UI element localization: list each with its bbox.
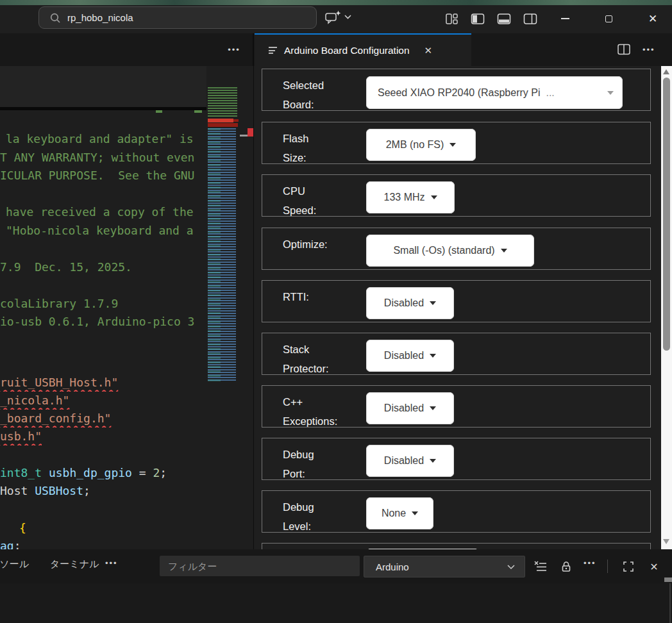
right-group-more-actions[interactable]: ••• bbox=[643, 45, 655, 54]
code-segment: ; bbox=[83, 484, 90, 497]
code-line: 7.9 Dec. 15, 2025. bbox=[0, 258, 206, 276]
close-window-button[interactable]: ✕ bbox=[643, 10, 662, 28]
selected-board-dropdown[interactable]: Seeed XIAO RP2040 (Raspberry Pi ... bbox=[366, 76, 623, 109]
lock-scroll-icon[interactable] bbox=[559, 560, 574, 574]
chevron-down-icon bbox=[449, 143, 456, 147]
stack-protector-dropdown[interactable]: Disabled bbox=[366, 340, 454, 372]
maximize-button[interactable] bbox=[599, 10, 618, 28]
title-bar: ✕ bbox=[0, 5, 672, 33]
code-segment: Host bbox=[0, 484, 35, 497]
flash-size-dropdown[interactable]: 2MB (no FS) bbox=[366, 129, 476, 161]
dropdown-value: Disabled bbox=[384, 455, 424, 467]
config-label: FlashSize: bbox=[283, 129, 308, 167]
cpu-speed-dropdown[interactable]: 133 MHz bbox=[366, 181, 455, 213]
panel-tab-console[interactable]: ンソール bbox=[0, 558, 29, 570]
cpp-exceptions-dropdown[interactable]: Disabled bbox=[366, 392, 454, 424]
rtti-dropdown[interactable]: Disabled bbox=[366, 287, 454, 319]
debug-level-dropdown[interactable]: None bbox=[366, 497, 433, 529]
code-segment bbox=[42, 466, 49, 479]
code-segment: colaLibrary 1.7.9 bbox=[0, 297, 118, 310]
code-line: colaLibrary 1.7.9 bbox=[0, 295, 206, 313]
code-line: have received a copy of the bbox=[0, 203, 206, 221]
dropdown-value: 133 MHz bbox=[383, 192, 424, 203]
tab-close-icon[interactable]: ✕ bbox=[422, 44, 435, 58]
minimap-highlight-red bbox=[208, 123, 238, 127]
toggle-panel-icon[interactable] bbox=[497, 12, 511, 26]
code-segment: 2 bbox=[153, 466, 160, 479]
bottom-panel-bar: ンソール ターミナル ••• Arduino bbox=[0, 549, 672, 583]
code-segment: ruit_USBH_Host.h" bbox=[0, 376, 118, 389]
copilot-icon[interactable] bbox=[324, 10, 344, 24]
right-group-actions: ••• bbox=[617, 41, 655, 58]
code-line: ICULAR PURPOSE. See the GNU bbox=[0, 167, 206, 185]
optimize-dropdown[interactable]: Small (-Os) (standard) bbox=[366, 235, 534, 267]
output-filter-box[interactable] bbox=[160, 556, 360, 576]
chevron-down-icon bbox=[501, 249, 507, 253]
close-panel-icon[interactable]: ✕ bbox=[646, 560, 662, 574]
toggle-primary-sidebar-icon[interactable] bbox=[471, 12, 485, 26]
panel-more-actions[interactable]: ••• bbox=[584, 558, 596, 568]
code-line: la keyboard and adapter" is bbox=[0, 130, 206, 148]
left-group-more-actions[interactable]: ••• bbox=[224, 42, 244, 58]
config-label: StackProtector: bbox=[283, 340, 329, 378]
clear-output-icon[interactable] bbox=[533, 560, 548, 574]
code-editor[interactable]: la keyboard and adapter" is T ANY WARRAN… bbox=[0, 66, 253, 549]
editor-divider-band bbox=[0, 107, 206, 110]
config-label: Optimize: bbox=[283, 235, 328, 254]
debug-port-dropdown[interactable]: Disabled bbox=[366, 445, 454, 477]
copilot-chevron-down-icon[interactable] bbox=[344, 14, 353, 21]
panel-tab-terminal[interactable]: ターミナル bbox=[50, 558, 99, 570]
panel-more-tabs[interactable]: ••• bbox=[105, 558, 118, 568]
config-label: SelectedBoard: bbox=[283, 76, 324, 114]
config-scrollbar[interactable] bbox=[661, 66, 672, 549]
config-label: C++Exceptions: bbox=[283, 392, 337, 431]
chevron-down-icon bbox=[430, 459, 436, 463]
config-row-stack-protector: StackProtector: Disabled bbox=[262, 333, 651, 375]
editor-tab-bar: ••• Arduino Board Configuration ✕ ••• bbox=[0, 33, 672, 66]
search-input[interactable] bbox=[67, 12, 298, 23]
dropdown-value: Small (-Os) (standard) bbox=[393, 245, 494, 256]
select-value: Arduino bbox=[376, 561, 409, 572]
scroll-up-arrow-icon[interactable] bbox=[663, 69, 669, 74]
scroll-down-arrow-icon[interactable] bbox=[663, 539, 669, 544]
dropdown-ellipsis: ... bbox=[546, 87, 554, 99]
code-segment: have received a copy of the bbox=[6, 205, 194, 219]
code-segment: 7.9 Dec. 15, 2025. bbox=[0, 260, 132, 274]
code-segment: usb.h" bbox=[0, 429, 42, 443]
code-segment: ; bbox=[14, 539, 21, 549]
right-edge-line bbox=[669, 583, 671, 623]
chevron-down-icon bbox=[507, 564, 516, 570]
code-segment: int8_t bbox=[0, 466, 42, 479]
code-segment: la keyboard and adapter" is bbox=[6, 132, 200, 145]
config-label: DebugPort: bbox=[283, 445, 314, 483]
code-segment: _nicola.h" bbox=[0, 394, 69, 407]
code-segment: ICULAR PURPOSE. See the GNU bbox=[0, 169, 194, 182]
code-line: Host USBHost; bbox=[0, 482, 206, 500]
dropdown-value: Disabled bbox=[384, 297, 424, 309]
code-line: _board_config.h" bbox=[0, 410, 206, 428]
split-editor-icon[interactable] bbox=[617, 43, 631, 56]
minimize-button[interactable] bbox=[555, 10, 575, 28]
tab-arduino-board-configuration[interactable]: Arduino Board Configuration ✕ bbox=[255, 33, 471, 66]
config-row-cpu-speed: CPUSpeed: 133 MHz bbox=[262, 174, 651, 217]
output-channel-select[interactable]: Arduino bbox=[364, 556, 525, 577]
code-line: T ANY WARRANTY; without even bbox=[0, 149, 206, 167]
config-label: CPUSpeed: bbox=[283, 181, 316, 220]
config-scrollbar-thumb[interactable] bbox=[663, 78, 670, 351]
command-center-search[interactable] bbox=[38, 6, 317, 29]
customize-layout-icon[interactable] bbox=[445, 12, 458, 26]
code-line: ruit_USBH_Host.h" bbox=[0, 374, 206, 392]
chevron-down-icon bbox=[430, 301, 436, 305]
minimap[interactable] bbox=[206, 87, 240, 382]
close-icon: ✕ bbox=[648, 13, 657, 24]
code-line: "Hobo-nicola keyboard and a bbox=[0, 222, 206, 240]
toggle-secondary-sidebar-icon[interactable] bbox=[523, 12, 537, 26]
editor-upper-region bbox=[0, 66, 206, 107]
code-fragment bbox=[156, 110, 162, 113]
maximize-panel-icon[interactable] bbox=[621, 560, 636, 574]
app-window: ✕ ••• Arduino Board Configuration ✕ ••• bbox=[0, 0, 672, 623]
minimap-code-block bbox=[208, 128, 221, 382]
code-segment: io-usb 0.6.1, Arduino-pico 3 bbox=[0, 315, 194, 328]
filter-input[interactable] bbox=[168, 561, 348, 572]
config-label: RTTI: bbox=[283, 287, 309, 306]
